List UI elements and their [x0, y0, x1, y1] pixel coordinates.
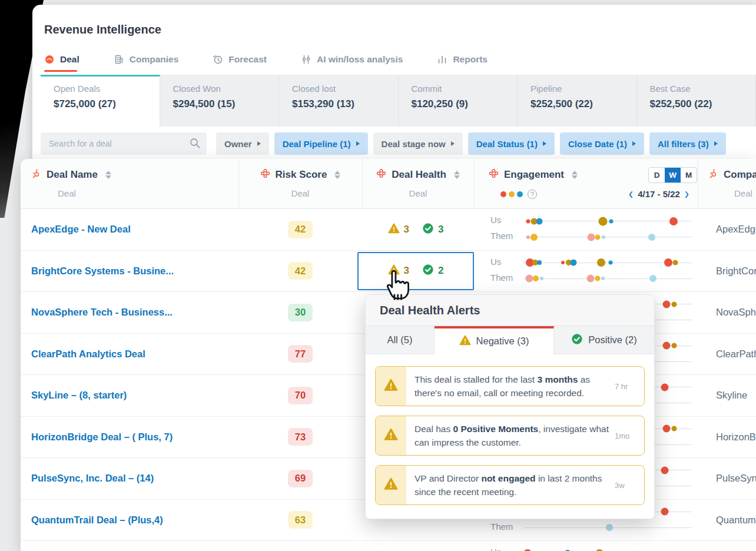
column-header-company[interactable]: Company [708, 168, 756, 181]
period-m[interactable]: M [681, 168, 697, 182]
chip-label: Deal stage now [382, 139, 446, 149]
chip-label: All filters (3) [658, 139, 709, 149]
warning-icon [384, 378, 398, 394]
engagement-dot-red [523, 549, 532, 551]
next-chevron-icon[interactable]: › [685, 185, 689, 202]
deal-name-link[interactable]: ApexEdge - New Deal [31, 209, 234, 250]
engagement-dot-gold [672, 260, 678, 265]
table-row: BrightCore Systems - Busine...4232UsThem… [21, 251, 756, 293]
card-label: Open Deals [54, 84, 160, 94]
filter-chip-owner[interactable]: Owner [216, 132, 269, 155]
column-header-deal-name[interactable]: Deal Name [31, 168, 111, 181]
risk-score-cell: 70 [238, 375, 362, 416]
chevron-right-icon [356, 141, 360, 146]
deal-health-cell[interactable] [357, 542, 474, 551]
engagement-dot-red [663, 342, 671, 350]
popup-tab-negative-3-[interactable]: Negative (3) [435, 326, 554, 354]
deal-health-cell-selected[interactable]: 32 [357, 252, 474, 291]
summary-card-closed-won[interactable]: Closed Won$294,500 (15) [160, 75, 280, 127]
tab-ai-win-loss-analysis[interactable]: AI win/loss analysis [301, 46, 403, 73]
main-nav: DealCompaniesForecastAI win/loss analysi… [44, 46, 488, 73]
chevron-right-icon [632, 141, 636, 146]
engagement-dot-pink [525, 275, 533, 283]
tab-companies[interactable]: Companies [114, 46, 179, 73]
engagement-them-track [524, 237, 692, 237]
engagement-dot-lightblue [601, 277, 605, 280]
popup-tab-all-5-[interactable]: All (5) [366, 326, 435, 354]
period-d[interactable]: D [649, 168, 665, 182]
risk-score-cell: 63 [238, 500, 362, 541]
popup-tabs: All (5)Negative (3)Positive (2) [366, 326, 654, 354]
sort-icon[interactable] [454, 171, 460, 179]
filter-chip-deal-status-1-[interactable]: Deal Status (1) [468, 132, 555, 155]
column-header-risk-score[interactable]: Risk Score [238, 168, 362, 181]
filter-chip-close-date-1-[interactable]: Close Date (1) [560, 132, 644, 155]
deal-health-cell[interactable]: 33 [357, 210, 474, 249]
engagement-dot-gold [672, 426, 677, 431]
sort-icon[interactable] [105, 171, 111, 179]
chip-label: Close Date (1) [568, 139, 627, 149]
card-value: $252,500 (22) [650, 98, 756, 110]
prev-chevron-icon[interactable]: ‹ [629, 185, 633, 202]
summary-card-closed-lost[interactable]: Closed lost$153,290 (13) [279, 75, 399, 127]
column-header-engagement[interactable]: Engagement [489, 168, 578, 181]
engagement-dot-blue [536, 218, 542, 224]
chevron-right-icon [714, 141, 718, 146]
tab-deal[interactable]: Deal [44, 46, 79, 73]
summary-card-open-deals[interactable]: Open Deals$725,000 (27) [41, 75, 160, 127]
deal-name-link[interactable]: HorizonBridge Deal – ( Plus, 7) [31, 417, 234, 458]
popup-tab-label: Positive (2) [588, 334, 637, 346]
risk-score-cell [238, 541, 362, 551]
deal-name-link[interactable]: QuantumTrail Deal – (Plus,4) [31, 500, 234, 541]
summary-card-pipeline[interactable]: Pipeline$252,500 (22) [518, 75, 637, 127]
sort-icon[interactable] [334, 171, 340, 179]
check-icon [422, 223, 434, 237]
negative-count: 3 [404, 224, 409, 235]
period-toggle: DWM [648, 167, 697, 183]
engagement-us-label: Us [490, 257, 501, 267]
deal-name-link[interactable]: BrightCore Systems - Busine... [31, 251, 234, 292]
risk-score-cell: 73 [238, 417, 362, 458]
engagement-us-label: Us [490, 215, 501, 225]
engagement-dot-yellow [530, 234, 538, 241]
risk-score-badge: 30 [288, 304, 313, 321]
chip-label: Deal Pipeline (1) [283, 139, 351, 149]
deal-name-link[interactable]: PulseSync, Inc. Deal – (14) [31, 458, 234, 499]
tab-forecast[interactable]: Forecast [213, 46, 267, 73]
card-value: $294,500 (15) [173, 98, 279, 110]
alert-text: This deal is stalled for the last 3 mont… [406, 367, 615, 406]
filter-chip-all-filters-3-[interactable]: All filters (3) [649, 132, 726, 155]
column-header-deal-health[interactable]: Deal Health [362, 168, 474, 181]
engagement-dot-lightblue [540, 277, 543, 280]
tab-reports[interactable]: Reports [437, 46, 488, 73]
engagement-dot-red [663, 300, 671, 308]
column-subtitle: Deal [58, 188, 76, 198]
engagement-dot-lightblue [648, 234, 655, 241]
tab-label: Companies [130, 54, 179, 65]
filter-chip-deal-stage-now[interactable]: Deal stage now [373, 132, 463, 155]
engagement-dot-yellow [595, 276, 601, 281]
engagement-dot-red [663, 425, 671, 433]
filter-bar: Search for a deal OwnerDeal Pipeline (1)… [41, 131, 756, 157]
engagement-dot-pink [586, 275, 594, 283]
card-value: $725,000 (27) [54, 98, 160, 110]
table-header: Deal Name Deal Risk Score Deal Deal Heal… [21, 159, 756, 209]
popup-tab-positive-2-[interactable]: Positive (2) [554, 326, 654, 354]
deal-health-alerts-popup: Deal Health Alerts All (5)Negative (3)Po… [365, 294, 655, 519]
engagement-dot-red [561, 261, 565, 264]
help-icon[interactable]: ? [528, 190, 537, 199]
deal-name-link[interactable]: ClearPath Analytics Deal [31, 334, 234, 375]
chip-label: Owner [224, 139, 252, 149]
engagement-dot-gold [672, 301, 677, 307]
filter-chip-deal-pipeline-1-[interactable]: Deal Pipeline (1) [274, 132, 368, 155]
engagement-them-track [524, 527, 692, 528]
sort-icon[interactable] [572, 171, 578, 179]
summary-card-best-case[interactable]: Best Case$252,500 (22) [637, 75, 756, 127]
top-panel: Revenue Intelligence DealCompaniesForeca… [32, 5, 756, 159]
deal-name-link[interactable]: NovaSphere Tech - Business... [31, 292, 234, 333]
period-w[interactable]: W [665, 168, 681, 182]
search-input[interactable]: Search for a deal [41, 132, 207, 155]
deal-name-link[interactable]: SkyLine – (8, starter) [31, 375, 234, 416]
date-range-nav: ‹ 4/17 - 5/22 › [621, 187, 697, 200]
summary-card-commit[interactable]: Commit$120,250 (9) [399, 75, 518, 127]
